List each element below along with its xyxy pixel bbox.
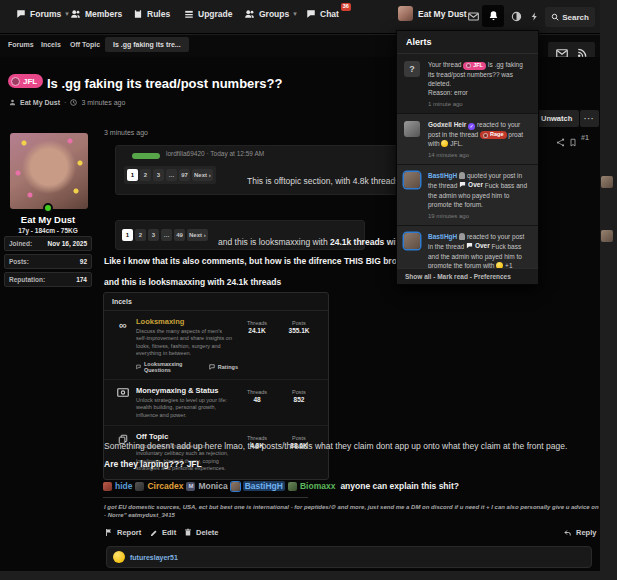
avatar (103, 482, 112, 491)
page-button[interactable]: 2 (140, 169, 151, 181)
edit-button[interactable]: Edit (150, 528, 176, 537)
forum-row-offtopic[interactable]: Off Topic Discuss the many aspects of in… (104, 426, 328, 479)
chevron-down-icon: ▾ (65, 10, 69, 18)
profile-avatar[interactable] (10, 133, 88, 209)
jfl-badge: JFL (463, 62, 486, 70)
reply-icon (563, 529, 572, 537)
threads-stat: Threads 48 (238, 386, 276, 419)
chat-unread-badge: 36 (341, 3, 351, 11)
mention-bastihgh[interactable]: BastiHgH (243, 481, 285, 491)
profile-username[interactable]: Eat My Dust (0, 214, 96, 225)
nav-members[interactable]: Members (70, 9, 122, 19)
posts-value: 92 (80, 258, 87, 265)
page-button[interactable]: 97 (179, 169, 190, 181)
avatar (404, 172, 420, 188)
posts-stat: Posts 355.1K (276, 317, 322, 373)
quoted-image-1[interactable]: lordfilla69420 · Today at 12:59 AM 1 2 3… (115, 145, 440, 195)
pencil-icon (150, 529, 158, 537)
breadcrumb-forums[interactable]: Forums (8, 41, 34, 48)
bookmark-icon (569, 138, 577, 147)
page-edge (0, 571, 600, 580)
post-number[interactable]: #1 (581, 134, 589, 141)
mention-hide[interactable]: hide (115, 481, 132, 491)
mention-circadex[interactable]: Circadex (147, 481, 183, 491)
mention-biomaxx[interactable]: Biomaxx (300, 481, 335, 491)
forum-stats-box: Incels ∞ Looksmaxing Discuss the many as… (103, 292, 329, 480)
top-navbar: Forums▾ Members Rules Upgrade Groups▾ Ch… (0, 0, 600, 34)
delete-button[interactable]: Delete (184, 528, 219, 537)
page-button[interactable]: 49 (174, 229, 185, 241)
forum-page: Forums▾ Members Rules Upgrade Groups▾ Ch… (0, 0, 617, 580)
nav-forums[interactable]: Forums▾ (16, 9, 69, 19)
reactions-bar[interactable]: futureslayer51 (106, 546, 592, 568)
nav-groups[interactable]: Groups▾ (244, 9, 297, 19)
jfl-emoji-icon (11, 77, 20, 86)
nav-user-menu[interactable]: Eat My Dust (398, 6, 467, 21)
forum-title[interactable]: Off Topic (136, 432, 238, 441)
messages-button[interactable] (462, 5, 484, 27)
avatar (135, 482, 144, 491)
subforum-link[interactable]: Ratings (209, 364, 238, 370)
page-button[interactable]: 1 (122, 229, 133, 241)
nav-rules[interactable]: Rules (133, 9, 170, 19)
thread-meta: Eat My Dust · 3 minutes ago (9, 99, 125, 106)
signature-line: I got EU domestic sources, USA, ect but … (104, 503, 617, 510)
breadcrumb-incels[interactable]: Incels (41, 41, 61, 48)
forum-title[interactable]: Looksmaxing (136, 317, 238, 326)
nav-chat[interactable]: Chat 36 (306, 9, 339, 19)
alert-item[interactable]: BastiHgH quoted your post in the thread … (397, 165, 538, 226)
signature-line: - Norre" eatmydust_3415 (104, 512, 175, 518)
thread-time[interactable]: 3 minutes ago (81, 99, 125, 106)
forum-title[interactable]: Moneymaxing & Status (136, 386, 238, 395)
thread-author[interactable]: Eat My Dust (20, 99, 60, 106)
alert-time: 19 minutes ago (428, 213, 531, 219)
more-options-button[interactable]: ··· (580, 110, 599, 127)
threads-stat: Threads 4.8K (238, 432, 276, 473)
forum-row-moneymaxing[interactable]: Moneymaxing & Status Unlock strategies t… (104, 380, 328, 426)
post-timestamp[interactable]: 3 minutes ago (104, 129, 148, 136)
next-page-button[interactable]: Next › (192, 169, 213, 181)
page-button[interactable]: 2 (135, 229, 146, 241)
alerts-button[interactable] (482, 5, 504, 27)
question-avatar: ? (404, 61, 420, 77)
report-button[interactable]: Report (105, 528, 141, 537)
page-button[interactable]: 3 (153, 169, 164, 181)
page-button[interactable]: 1 (127, 169, 138, 181)
breadcrumb-offtopic[interactable]: Off Topic (70, 41, 100, 48)
reaction-username[interactable]: futureslayer51 (130, 554, 178, 561)
bookmark-button[interactable] (569, 133, 577, 151)
verified-icon: ✓ (468, 123, 475, 130)
speech-icon (459, 181, 466, 188)
mention-monica[interactable]: Monica (198, 481, 227, 491)
alert-username[interactable]: BastiHgH (428, 233, 457, 240)
search-label: Search (562, 13, 589, 22)
breadcrumb-active-thread[interactable]: Is .gg faking its tre... (105, 37, 189, 52)
alert-item[interactable]: ? Your thread JFL Is .gg faking its trea… (397, 54, 538, 114)
search-button[interactable]: Search (545, 7, 595, 27)
alerts-footer-links[interactable]: Show all - Mark read - Preferences (397, 268, 538, 284)
page-button[interactable]: 3 (148, 229, 159, 241)
ghost-icon (459, 172, 465, 179)
reply-button[interactable]: Reply (563, 528, 596, 537)
boost-button[interactable] (523, 5, 545, 27)
alerts-dropdown: Alerts ? Your thread JFL Is .gg faking i… (396, 30, 539, 285)
members-icon (70, 9, 81, 19)
forum-category-header[interactable]: Incels (104, 293, 328, 311)
post-line: and this is looksmaxxing with 24.1k thre… (104, 277, 281, 287)
signature-divider (103, 497, 308, 498)
lightning-icon (530, 11, 539, 22)
next-page-button[interactable]: Next › (187, 229, 208, 241)
nav-upgrade[interactable]: Upgrade (184, 9, 232, 19)
alert-username[interactable]: Godxell Heir (428, 121, 466, 128)
reputation-label: Reputation: (9, 276, 45, 283)
forum-row-looksmaxing[interactable]: ∞ Looksmaxing Discuss the many aspects o… (104, 311, 328, 380)
alert-item[interactable]: Godxell Heir ✓ reacted to your post in t… (397, 114, 538, 165)
page-title: Is .gg faking its tread/post numbers?? (47, 76, 282, 91)
subforum-link[interactable]: Looksmaxxing Questions (136, 361, 199, 373)
person-icon (9, 99, 16, 106)
thread-tag-jfl[interactable]: JFL (8, 74, 43, 88)
alert-username[interactable]: BastiHgH (428, 172, 457, 179)
share-button[interactable] (556, 133, 565, 151)
unwatch-button[interactable]: Unwatch (534, 110, 579, 127)
alert-time: 14 minutes ago (428, 152, 531, 158)
